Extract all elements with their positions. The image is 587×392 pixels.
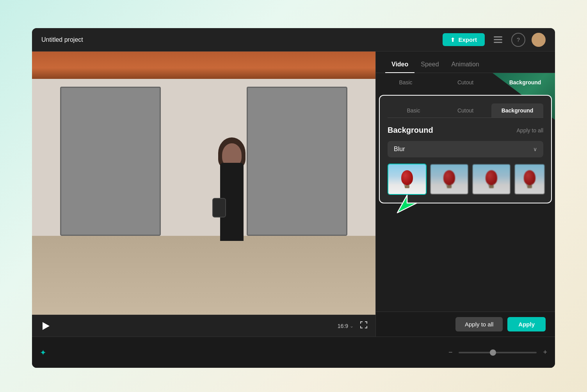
balloon-shape: [443, 170, 455, 185]
apply-button[interactable]: Apply: [507, 317, 546, 331]
top-tabs: Video Speed Animation: [376, 52, 555, 73]
train-door-right: [247, 87, 347, 236]
background-panel: Basic Cutout Background Background Apply…: [379, 95, 552, 203]
balloon-basket: [447, 185, 452, 188]
timeline-area: ✦ − +: [32, 337, 555, 368]
main-container: Untitled project Export ?: [32, 28, 555, 368]
timeline-zoom-slider[interactable]: [459, 352, 537, 353]
sub-tab-cutout[interactable]: Cutout: [436, 75, 495, 90]
inner-tab-cutout[interactable]: Cutout: [439, 103, 491, 118]
thumbnail-3[interactable]: [472, 164, 511, 195]
chevron-down-icon: ⌄: [350, 323, 354, 329]
balloon-basket: [527, 185, 532, 188]
svg-rect-2: [494, 42, 502, 43]
sub-tab-background[interactable]: Background: [495, 75, 555, 90]
apply-to-all-link[interactable]: Apply to all: [517, 127, 543, 134]
avatar[interactable]: [532, 33, 546, 47]
svg-marker-4: [397, 195, 417, 213]
blur-label: Blur: [394, 146, 405, 153]
slider-thumb: [490, 349, 496, 356]
thumbnail-4[interactable]: [514, 164, 545, 195]
header: Untitled project Export ?: [32, 28, 555, 52]
train: [32, 79, 375, 236]
bottom-bar: Apply to all Apply: [376, 312, 555, 337]
fullscreen-button[interactable]: [360, 321, 368, 331]
balloon-basket: [489, 185, 494, 188]
woman-backpack: [212, 198, 226, 217]
apply-to-all-button[interactable]: Apply to all: [455, 317, 503, 331]
balloon-thumb-1: [388, 164, 426, 194]
right-panel: Video Speed Animation Basic: [375, 52, 555, 337]
chevron-down-icon: ∨: [533, 146, 537, 152]
stacked-lines-icon[interactable]: [491, 33, 505, 47]
zoom-in-icon[interactable]: +: [543, 348, 547, 356]
background-title: Background: [388, 126, 433, 135]
balloon-thumb-2: [430, 164, 468, 194]
tab-animation[interactable]: Animation: [445, 58, 486, 73]
content-area: 16:9 ⌄ Video Speed: [32, 52, 555, 337]
svg-rect-1: [494, 39, 502, 40]
balloon-shape: [401, 170, 413, 185]
balloon-shape: [524, 170, 535, 185]
balloon-thumb-4: [515, 164, 544, 194]
tab-speed[interactable]: Speed: [414, 58, 445, 73]
bg-header: Background Apply to all: [388, 126, 543, 135]
zoom-out-icon[interactable]: −: [448, 348, 453, 356]
thumbnail-2[interactable]: [430, 164, 469, 195]
platform-floor: [32, 236, 375, 315]
cursor-arrow: [395, 193, 419, 218]
project-title: Untitled project: [41, 36, 443, 43]
inner-tab-background[interactable]: Background: [491, 103, 543, 118]
header-actions: Export ?: [443, 33, 546, 47]
aspect-ratio-button[interactable]: 16:9 ⌄: [338, 323, 354, 329]
play-button[interactable]: [40, 320, 52, 332]
balloon-basket: [405, 185, 409, 188]
help-icon[interactable]: ?: [511, 33, 525, 47]
train-door-left: [60, 87, 161, 236]
thumbnail-1[interactable]: [388, 164, 427, 195]
right-panel-inner: Basic Cutout Background Basic: [376, 73, 555, 337]
inner-tabs: Basic Cutout Background: [388, 103, 543, 118]
video-panel: 16:9 ⌄: [32, 52, 375, 337]
timeline-icon: ✦: [40, 348, 46, 357]
blur-dropdown[interactable]: Blur ∨: [388, 141, 543, 157]
export-button[interactable]: Export: [443, 33, 485, 46]
balloon-shape: [486, 170, 497, 185]
sub-tabs: Basic Cutout Background: [376, 73, 555, 92]
subway-scene: [32, 52, 375, 315]
balloon-thumb-3: [473, 164, 510, 194]
video-preview: [32, 52, 375, 315]
svg-marker-3: [43, 322, 50, 330]
tab-video[interactable]: Video: [385, 58, 414, 73]
svg-rect-0: [494, 36, 502, 37]
aspect-ratio-label: 16:9: [338, 323, 348, 329]
inner-tab-basic[interactable]: Basic: [388, 103, 439, 118]
woman-figure: [208, 132, 255, 241]
station-top: [32, 52, 375, 79]
sub-tab-basic[interactable]: Basic: [376, 75, 436, 90]
thumbnail-grid: [388, 164, 543, 195]
video-controls: 16:9 ⌄: [32, 315, 375, 337]
